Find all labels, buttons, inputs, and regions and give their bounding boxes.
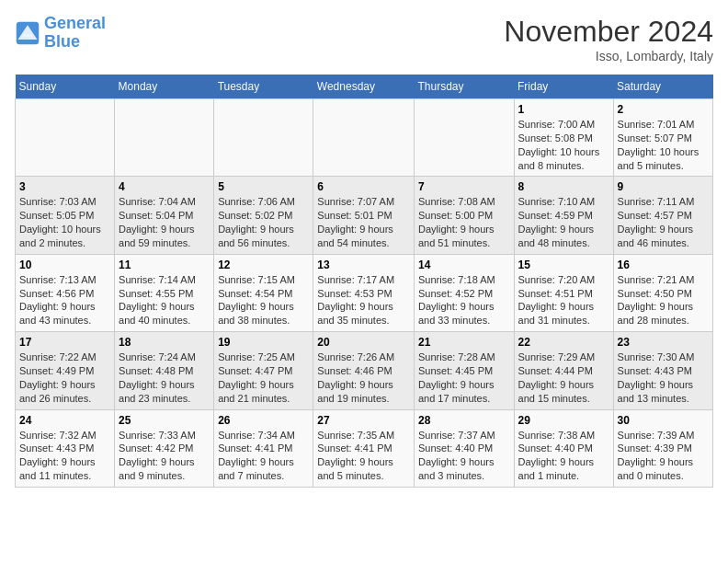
day-info: Sunrise: 7:11 AMSunset: 4:57 PMDaylight:… xyxy=(618,195,709,249)
day-number: 21 xyxy=(418,336,510,349)
day-number: 22 xyxy=(518,336,609,349)
calendar-cell: 30Sunrise: 7:39 AMSunset: 4:39 PMDayligh… xyxy=(613,409,712,487)
weekday-header-row: SundayMondayTuesdayWednesdayThursdayFrid… xyxy=(16,75,713,99)
day-info: Sunrise: 7:15 AMSunset: 4:54 PMDaylight:… xyxy=(218,273,309,327)
weekday-header-wednesday: Wednesday xyxy=(313,75,415,99)
day-number: 3 xyxy=(19,180,110,193)
day-number: 18 xyxy=(119,336,210,349)
calendar-week-1: 1Sunrise: 7:00 AMSunset: 5:08 PMDaylight… xyxy=(16,99,713,177)
calendar-week-3: 10Sunrise: 7:13 AMSunset: 4:56 PMDayligh… xyxy=(16,254,713,331)
calendar-cell: 3Sunrise: 7:03 AMSunset: 5:05 PMDaylight… xyxy=(16,177,115,254)
calendar-cell xyxy=(313,99,415,177)
day-number: 25 xyxy=(119,414,210,427)
day-number: 8 xyxy=(518,180,609,193)
day-number: 11 xyxy=(119,259,210,271)
day-number: 2 xyxy=(618,103,709,116)
calendar-cell: 16Sunrise: 7:21 AMSunset: 4:50 PMDayligh… xyxy=(613,254,712,331)
day-info: Sunrise: 7:10 AMSunset: 4:59 PMDaylight:… xyxy=(518,195,609,249)
calendar-cell: 1Sunrise: 7:00 AMSunset: 5:08 PMDaylight… xyxy=(514,99,613,177)
calendar-cell: 10Sunrise: 7:13 AMSunset: 4:56 PMDayligh… xyxy=(16,254,115,331)
calendar-body: 1Sunrise: 7:00 AMSunset: 5:08 PMDaylight… xyxy=(16,99,713,488)
day-info: Sunrise: 7:29 AMSunset: 4:44 PMDaylight:… xyxy=(518,350,609,405)
day-info: Sunrise: 7:06 AMSunset: 5:02 PMDaylight:… xyxy=(218,195,309,249)
day-number: 6 xyxy=(317,180,410,193)
calendar-cell: 26Sunrise: 7:34 AMSunset: 4:41 PMDayligh… xyxy=(214,409,313,487)
day-info: Sunrise: 7:32 AMSunset: 4:43 PMDaylight:… xyxy=(19,429,110,483)
day-number: 20 xyxy=(317,336,410,349)
day-info: Sunrise: 7:25 AMSunset: 4:47 PMDaylight:… xyxy=(218,350,309,405)
calendar-cell: 9Sunrise: 7:11 AMSunset: 4:57 PMDaylight… xyxy=(613,177,712,254)
weekday-header-tuesday: Tuesday xyxy=(214,75,313,99)
day-info: Sunrise: 7:24 AMSunset: 4:48 PMDaylight:… xyxy=(119,350,210,405)
calendar-cell: 8Sunrise: 7:10 AMSunset: 4:59 PMDaylight… xyxy=(514,177,613,254)
calendar-cell: 19Sunrise: 7:25 AMSunset: 4:47 PMDayligh… xyxy=(214,332,313,409)
day-number: 16 xyxy=(618,259,709,271)
calendar-cell: 24Sunrise: 7:32 AMSunset: 4:43 PMDayligh… xyxy=(16,409,115,487)
calendar-cell xyxy=(414,99,514,177)
day-number: 1 xyxy=(518,103,609,116)
weekday-header-monday: Monday xyxy=(115,75,214,99)
logo-icon xyxy=(15,20,40,46)
day-info: Sunrise: 7:21 AMSunset: 4:50 PMDaylight:… xyxy=(618,273,709,327)
calendar-cell: 18Sunrise: 7:24 AMSunset: 4:48 PMDayligh… xyxy=(115,332,214,409)
month-title: November 2024 xyxy=(504,15,713,49)
day-number: 26 xyxy=(218,414,309,427)
title-block: November 2024 Isso, Lombardy, Italy xyxy=(504,15,713,63)
day-number: 4 xyxy=(119,180,210,193)
day-number: 28 xyxy=(418,414,510,427)
day-info: Sunrise: 7:14 AMSunset: 4:55 PMDaylight:… xyxy=(119,273,210,327)
day-number: 30 xyxy=(618,414,709,427)
day-number: 7 xyxy=(418,180,510,193)
day-info: Sunrise: 7:17 AMSunset: 4:53 PMDaylight:… xyxy=(317,273,410,327)
day-info: Sunrise: 7:35 AMSunset: 4:41 PMDaylight:… xyxy=(317,429,410,483)
calendar-cell: 13Sunrise: 7:17 AMSunset: 4:53 PMDayligh… xyxy=(313,254,415,331)
day-info: Sunrise: 7:26 AMSunset: 4:46 PMDaylight:… xyxy=(317,350,410,405)
calendar-header: SundayMondayTuesdayWednesdayThursdayFrid… xyxy=(16,75,713,99)
logo: General Blue xyxy=(15,15,106,52)
day-info: Sunrise: 7:30 AMSunset: 4:43 PMDaylight:… xyxy=(618,350,709,405)
day-info: Sunrise: 7:08 AMSunset: 5:00 PMDaylight:… xyxy=(418,195,510,249)
day-number: 15 xyxy=(518,259,609,271)
day-info: Sunrise: 7:18 AMSunset: 4:52 PMDaylight:… xyxy=(418,273,510,327)
day-number: 10 xyxy=(19,259,110,271)
day-number: 12 xyxy=(218,259,309,271)
calendar-cell: 14Sunrise: 7:18 AMSunset: 4:52 PMDayligh… xyxy=(414,254,514,331)
calendar-cell: 7Sunrise: 7:08 AMSunset: 5:00 PMDaylight… xyxy=(414,177,514,254)
calendar-week-4: 17Sunrise: 7:22 AMSunset: 4:49 PMDayligh… xyxy=(16,332,713,409)
day-info: Sunrise: 7:01 AMSunset: 5:07 PMDaylight:… xyxy=(618,118,709,172)
svg-rect-2 xyxy=(23,35,33,37)
weekday-header-saturday: Saturday xyxy=(613,75,712,99)
calendar-cell: 2Sunrise: 7:01 AMSunset: 5:07 PMDaylight… xyxy=(613,99,712,177)
day-info: Sunrise: 7:00 AMSunset: 5:08 PMDaylight:… xyxy=(518,118,609,172)
calendar-cell: 27Sunrise: 7:35 AMSunset: 4:41 PMDayligh… xyxy=(313,409,415,487)
day-number: 5 xyxy=(218,180,309,193)
calendar-cell: 28Sunrise: 7:37 AMSunset: 4:40 PMDayligh… xyxy=(414,409,514,487)
calendar-cell: 5Sunrise: 7:06 AMSunset: 5:02 PMDaylight… xyxy=(214,177,313,254)
calendar-cell xyxy=(214,99,313,177)
day-info: Sunrise: 7:34 AMSunset: 4:41 PMDaylight:… xyxy=(218,429,309,483)
day-info: Sunrise: 7:39 AMSunset: 4:39 PMDaylight:… xyxy=(618,429,709,483)
weekday-header-friday: Friday xyxy=(514,75,613,99)
day-number: 19 xyxy=(218,336,309,349)
weekday-header-thursday: Thursday xyxy=(414,75,514,99)
day-info: Sunrise: 7:28 AMSunset: 4:45 PMDaylight:… xyxy=(418,350,510,405)
calendar-cell: 6Sunrise: 7:07 AMSunset: 5:01 PMDaylight… xyxy=(313,177,415,254)
day-info: Sunrise: 7:04 AMSunset: 5:04 PMDaylight:… xyxy=(119,195,210,249)
day-number: 24 xyxy=(19,414,110,427)
day-info: Sunrise: 7:20 AMSunset: 4:51 PMDaylight:… xyxy=(518,273,609,327)
day-info: Sunrise: 7:03 AMSunset: 5:05 PMDaylight:… xyxy=(19,195,110,249)
day-number: 29 xyxy=(518,414,609,427)
page-header: General Blue November 2024 Isso, Lombard… xyxy=(15,15,713,63)
location-subtitle: Isso, Lombardy, Italy xyxy=(504,49,713,63)
calendar-cell: 25Sunrise: 7:33 AMSunset: 4:42 PMDayligh… xyxy=(115,409,214,487)
day-number: 13 xyxy=(317,259,410,271)
calendar-cell: 17Sunrise: 7:22 AMSunset: 4:49 PMDayligh… xyxy=(16,332,115,409)
calendar-cell: 20Sunrise: 7:26 AMSunset: 4:46 PMDayligh… xyxy=(313,332,415,409)
day-info: Sunrise: 7:22 AMSunset: 4:49 PMDaylight:… xyxy=(19,350,110,405)
calendar-cell xyxy=(115,99,214,177)
calendar-cell: 12Sunrise: 7:15 AMSunset: 4:54 PMDayligh… xyxy=(214,254,313,331)
day-info: Sunrise: 7:33 AMSunset: 4:42 PMDaylight:… xyxy=(119,429,210,483)
calendar-week-5: 24Sunrise: 7:32 AMSunset: 4:43 PMDayligh… xyxy=(16,409,713,487)
calendar-cell: 23Sunrise: 7:30 AMSunset: 4:43 PMDayligh… xyxy=(613,332,712,409)
day-info: Sunrise: 7:07 AMSunset: 5:01 PMDaylight:… xyxy=(317,195,410,249)
